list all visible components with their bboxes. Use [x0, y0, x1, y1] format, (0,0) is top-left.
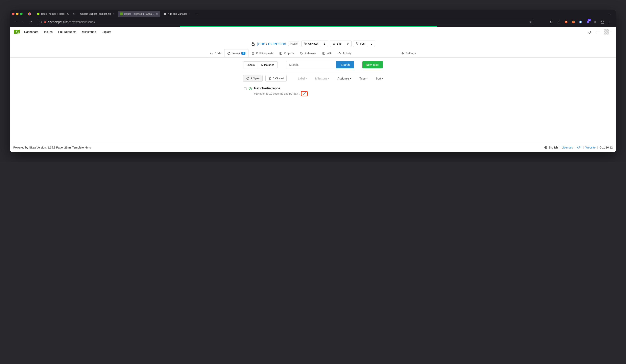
toolbar-extensions: 14 — [548, 20, 614, 24]
type-dropdown[interactable]: Type▾ — [359, 77, 367, 80]
issue-author-link[interactable]: jean — [293, 92, 298, 95]
tab-label: Add-ons Manager — [168, 12, 187, 15]
url-text: dev.snippet.htb/jean/extension/issues — [48, 20, 528, 24]
close-icon[interactable]: × — [112, 12, 115, 16]
tab-activity[interactable]: Activity — [335, 49, 354, 57]
footer-licenses-link[interactable]: Licenses — [562, 146, 573, 149]
issue-checkbox[interactable] — [244, 87, 247, 90]
tab-issues[interactable]: Issues1 — [224, 49, 248, 57]
reload-button[interactable]: ⟳ — [28, 19, 34, 25]
nav-toolbar: ← → ⟳ dev.snippet.htb/jean/extension/iss… — [10, 18, 616, 26]
extension-icon-4[interactable]: 14 — [586, 20, 590, 24]
milestones-button[interactable]: Milestones — [258, 62, 278, 68]
tab-overflow-button[interactable] — [607, 12, 614, 15]
svg-point-5 — [574, 21, 574, 22]
issue-row[interactable]: Get charlie repos #10 opened 18 seconds … — [243, 85, 383, 104]
download-icon[interactable] — [557, 20, 561, 24]
svg-point-17 — [254, 54, 254, 55]
avatar — [604, 29, 609, 35]
issues-count-badge: 1 — [241, 52, 245, 55]
sort-dropdown[interactable]: Sort▾ — [376, 77, 383, 80]
new-issue-button[interactable]: New Issue — [362, 61, 383, 68]
nav-issues[interactable]: Issues — [44, 30, 53, 34]
forward-button[interactable]: → — [20, 19, 26, 25]
extension-icon-2[interactable] — [571, 20, 576, 24]
language-switcher[interactable]: English — [544, 146, 558, 149]
closed-filter[interactable]: 0 Closed — [265, 75, 287, 82]
watch-action[interactable]: Unwatch 1 — [301, 40, 328, 47]
tab-code[interactable]: Code — [207, 49, 224, 57]
close-icon[interactable]: × — [156, 12, 158, 16]
assignee-dropdown[interactable]: Assignee▾ — [338, 77, 351, 80]
tab-label: Issues - extension - Gitea: Git w — [124, 12, 155, 15]
label-dropdown[interactable]: Label▾ — [298, 77, 307, 80]
tab-pull-requests[interactable]: Pull Requests — [248, 49, 276, 57]
cube-icon — [37, 12, 40, 16]
warning-lock-icon[interactable] — [44, 21, 46, 23]
nav-dashboard[interactable]: Dashboard — [24, 30, 39, 34]
tab-settings[interactable]: Settings — [398, 49, 419, 57]
footer-api-link[interactable]: API — [577, 146, 582, 149]
milestone-dropdown[interactable]: Milestone▾ — [315, 77, 329, 80]
tab-wiki[interactable]: Wiki — [319, 49, 335, 57]
svg-rect-9 — [252, 43, 254, 45]
user-menu[interactable] — [604, 29, 612, 35]
issue-open-icon — [249, 87, 252, 90]
fork-action[interactable]: Fork 0 — [353, 40, 375, 47]
repo-owner-link[interactable]: jean — [257, 41, 265, 46]
extension-icon-1[interactable] — [564, 20, 568, 24]
close-icon[interactable]: × — [188, 12, 191, 16]
labels-button[interactable]: Labels — [243, 62, 258, 68]
svg-point-23 — [269, 77, 271, 80]
repo-header: jean/extension Private Unwatch 1 Star 0 … — [251, 37, 375, 49]
extension-icon-3[interactable] — [578, 20, 583, 24]
new-tab-button[interactable]: + — [194, 12, 200, 16]
search-input[interactable] — [286, 61, 336, 68]
svg-point-13 — [357, 44, 357, 45]
gitea-icon — [120, 12, 123, 16]
bookmark-star-icon[interactable]: ☆ — [529, 20, 532, 24]
broken-image-icon — [303, 92, 306, 95]
svg-point-21 — [402, 53, 403, 53]
url-bar[interactable]: dev.snippet.htb/jean/extension/issues ☆ — [37, 19, 534, 25]
tab-item[interactable]: Update Snippet - snippet.htb × — [78, 11, 117, 17]
star-action[interactable]: Star 0 — [330, 40, 352, 47]
tab-item[interactable]: Add-ons Manager × — [161, 11, 193, 17]
gitea-logo[interactable] — [14, 30, 20, 34]
footer-website-link[interactable]: Website — [586, 146, 595, 149]
extensions-button[interactable] — [600, 20, 605, 24]
svg-point-11 — [356, 42, 357, 43]
pocket-icon[interactable] — [549, 20, 554, 24]
tab-item[interactable]: Hack The Box :: Hack The Box × — [35, 11, 77, 17]
extension-icon-5[interactable] — [593, 20, 597, 24]
minimize-window-button[interactable] — [16, 13, 19, 15]
svg-point-4 — [573, 21, 573, 22]
tab-projects[interactable]: Projects — [276, 49, 297, 57]
app-menu-button[interactable] — [607, 20, 612, 24]
top-nav: Dashboard Issues Pull Requests Milestone… — [10, 27, 616, 37]
browser-window: Hack The Box :: Hack The Box × Update Sn… — [10, 10, 616, 152]
back-button[interactable]: ← — [12, 19, 19, 25]
maximize-window-button[interactable] — [20, 13, 23, 15]
svg-rect-18 — [280, 52, 282, 54]
window-controls — [12, 13, 23, 15]
create-menu[interactable]: + — [595, 30, 600, 34]
tab-label: Update Snippet - snippet.htb — [80, 12, 111, 15]
search-button[interactable]: Search — [336, 61, 354, 68]
close-icon[interactable]: × — [73, 12, 75, 16]
nav-milestones[interactable]: Milestones — [82, 30, 96, 34]
badge-count: 14 — [588, 19, 591, 21]
nav-pull-requests[interactable]: Pull Requests — [58, 30, 76, 34]
repo-name-link[interactable]: extension — [268, 41, 286, 46]
svg-point-12 — [358, 42, 358, 43]
issue-title[interactable]: Get charlie repos — [254, 86, 382, 90]
open-filter[interactable]: 1 Open — [243, 75, 263, 82]
shield-icon[interactable] — [39, 21, 42, 24]
svg-point-16 — [252, 54, 253, 55]
nav-explore[interactable]: Explore — [102, 30, 112, 34]
labels-milestones-toggle: Labels Milestones — [243, 61, 278, 68]
close-window-button[interactable] — [12, 13, 14, 15]
tab-releases[interactable]: Releases — [297, 49, 319, 57]
tab-item-active[interactable]: Issues - extension - Gitea: Git w × — [118, 11, 160, 17]
notifications-icon[interactable] — [588, 30, 591, 34]
